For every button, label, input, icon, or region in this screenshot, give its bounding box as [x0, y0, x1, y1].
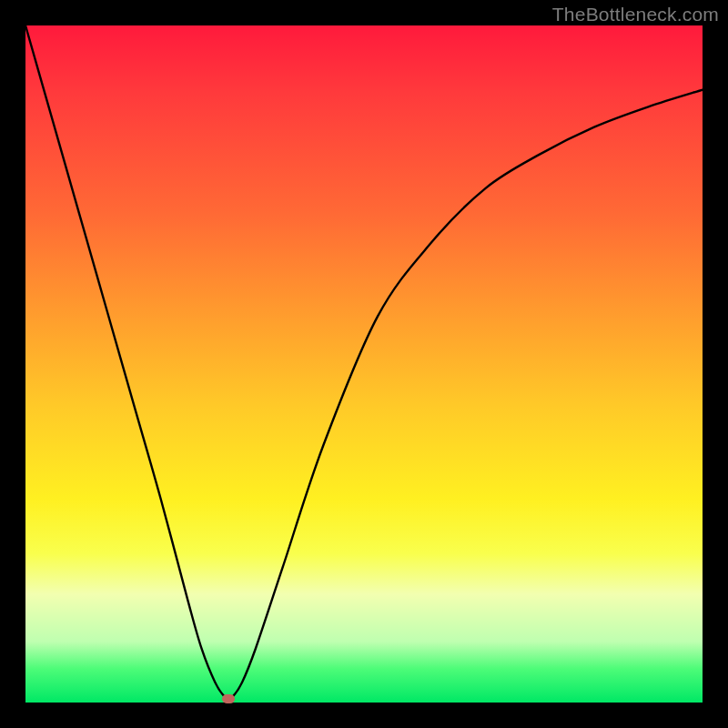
chart-frame: TheBottleneck.com [0, 0, 728, 728]
watermark-text: TheBottleneck.com [552, 4, 719, 25]
optimal-point-marker [222, 694, 235, 703]
chart-plot-area [25, 25, 703, 703]
bottleneck-curve [25, 25, 703, 703]
curve-path [25, 25, 703, 699]
